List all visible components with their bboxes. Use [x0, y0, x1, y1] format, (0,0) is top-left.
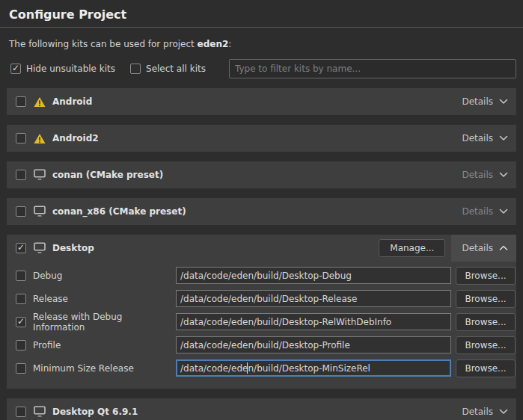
details-label: Details: [462, 170, 493, 180]
hide-unsuitable-kits-option: Hide unsuitable kits: [10, 64, 115, 74]
browse-button[interactable]: Browse...: [456, 267, 516, 285]
chevron-down-icon: [499, 170, 508, 180]
page-header: Configure Project: [0, 0, 523, 28]
path-field-wrap: [176, 336, 451, 353]
desktop-icon: [34, 242, 46, 254]
config-label: Release: [33, 294, 68, 304]
desktop-icon: [34, 206, 46, 217]
config-checkbox[interactable]: [16, 317, 26, 327]
page-title: Configure Project: [9, 7, 514, 27]
kit-row-desktop[interactable]: Desktop Manage... Details: [7, 235, 516, 262]
config-label: Debug: [33, 271, 62, 281]
kit-checkbox[interactable]: [16, 243, 26, 253]
kit-checkbox[interactable]: [16, 206, 26, 217]
kit-name: Android2: [52, 133, 451, 143]
kit-row-conan-x86[interactable]: conan_x86 (CMake preset) Details: [7, 198, 516, 225]
config-row-minsizerel: Minimum Size Release Browse...: [16, 356, 516, 380]
details-toggle[interactable]: Details: [451, 235, 516, 262]
config-checkbox[interactable]: [16, 294, 26, 304]
config-label-col: Profile: [16, 340, 176, 350]
project-name: eden2: [198, 39, 229, 49]
browse-button[interactable]: Browse...: [456, 359, 516, 377]
kit-checkbox[interactable]: [16, 96, 26, 107]
details-toggle[interactable]: Details: [451, 398, 516, 420]
config-label-col: Minimum Size Release: [16, 363, 176, 374]
desktop-icon: [34, 406, 46, 418]
build-path-input[interactable]: [176, 290, 451, 307]
intro-text: The following kits can be used for proje…: [0, 28, 523, 49]
path-field-wrap: [176, 313, 451, 330]
warning-icon: [34, 96, 46, 108]
build-path-input[interactable]: [176, 336, 451, 353]
config-label-col: Debug: [16, 271, 176, 281]
details-toggle[interactable]: Details: [451, 88, 516, 115]
kit-panel-android2: Android2 Details: [7, 125, 516, 152]
kit-row-desktop-qt[interactable]: Desktop Qt 6.9.1 Details: [7, 398, 516, 420]
build-path-input[interactable]: [176, 313, 451, 330]
kit-name: conan_x86 (CMake preset): [52, 206, 451, 217]
kit-panel-desktop: Desktop Manage... Details Debug Browse..…: [7, 235, 516, 389]
select-all-kits-option: Select all kits: [130, 64, 206, 74]
config-row-relwithdebinfo: Release with Debug Information Browse...: [16, 310, 516, 333]
config-label: Release with Debug Information: [33, 312, 176, 333]
browse-button[interactable]: Browse...: [456, 313, 516, 331]
chevron-down-icon: [499, 133, 508, 143]
details-label: Details: [462, 206, 493, 217]
path-field-wrap: [176, 290, 451, 307]
kit-panel-conan: conan (CMake preset) Details: [7, 161, 516, 188]
chevron-down-icon: [499, 407, 508, 417]
kit-name: Desktop Qt 6.9.1: [52, 407, 451, 417]
browse-button[interactable]: Browse...: [456, 336, 516, 354]
config-row-release: Release Browse...: [16, 287, 516, 310]
manage-button[interactable]: Manage...: [379, 239, 445, 257]
details-label: Details: [462, 407, 493, 417]
kit-row-conan[interactable]: conan (CMake preset) Details: [7, 161, 516, 188]
text-cursor: [247, 362, 248, 374]
warning-icon: [34, 133, 46, 144]
kit-panel-conan-x86: conan_x86 (CMake preset) Details: [7, 198, 516, 225]
config-row-profile: Profile Browse...: [16, 333, 516, 356]
build-path-input[interactable]: [176, 267, 451, 284]
select-all-kits-label: Select all kits: [146, 64, 206, 74]
select-all-kits-checkbox[interactable]: [130, 64, 141, 74]
config-checkbox[interactable]: [16, 271, 26, 281]
kit-checkbox[interactable]: [16, 407, 26, 417]
kit-row-android2[interactable]: Android2 Details: [7, 125, 516, 152]
kit-checkbox[interactable]: [16, 170, 26, 180]
kit-name: Desktop: [52, 243, 379, 253]
details-label: Details: [462, 133, 493, 143]
kit-name: Android: [52, 96, 451, 107]
chevron-down-icon: [499, 206, 508, 217]
details-toggle[interactable]: Details: [451, 125, 516, 152]
config-label: Profile: [33, 340, 61, 350]
desktop-kit-details: Debug Browse... Release Browse...: [7, 262, 516, 389]
kit-row-android[interactable]: Android Details: [7, 88, 516, 115]
chevron-up-icon: [499, 243, 508, 253]
kit-filter-input[interactable]: [229, 59, 516, 78]
kit-name: conan (CMake preset): [52, 170, 451, 180]
config-label: Minimum Size Release: [33, 363, 134, 374]
desktop-icon: [34, 169, 46, 181]
hide-unsuitable-kits-checkbox[interactable]: [10, 64, 21, 74]
details-toggle[interactable]: Details: [451, 161, 516, 188]
build-path-input[interactable]: [176, 359, 451, 377]
kit-panel-android: Android Details: [7, 88, 516, 115]
config-row-debug: Debug Browse...: [16, 264, 516, 287]
details-label: Details: [462, 243, 493, 253]
path-field-wrap: [176, 359, 451, 377]
browse-button[interactable]: Browse...: [456, 290, 516, 308]
config-label-col: Release with Debug Information: [16, 312, 176, 333]
config-checkbox[interactable]: [16, 363, 26, 374]
kit-checkbox[interactable]: [16, 133, 26, 143]
config-checkbox[interactable]: [16, 340, 26, 350]
config-label-col: Release: [16, 294, 176, 304]
details-toggle[interactable]: Details: [451, 198, 516, 225]
kit-list: Android Details Android2 Details conan (…: [0, 78, 523, 420]
details-label: Details: [462, 96, 493, 107]
path-field-wrap: [176, 267, 451, 284]
kit-filter-bar: Hide unsuitable kits Select all kits: [0, 49, 523, 78]
hide-unsuitable-kits-label: Hide unsuitable kits: [26, 64, 115, 74]
chevron-down-icon: [499, 96, 508, 107]
kit-panel-desktop-qt: Desktop Qt 6.9.1 Details: [7, 398, 516, 420]
